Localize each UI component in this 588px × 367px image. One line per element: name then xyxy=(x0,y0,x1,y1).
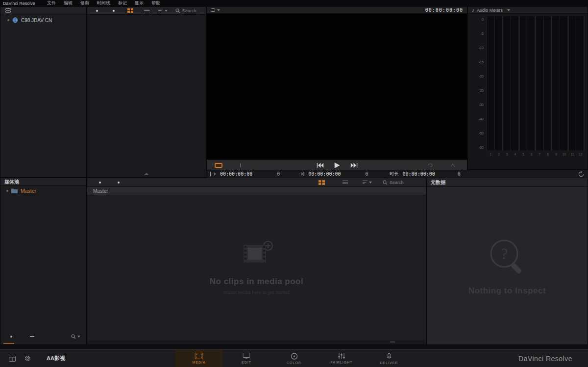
meter-channel-2 xyxy=(495,16,502,151)
current-bin-name[interactable]: Master xyxy=(93,188,108,194)
channel-number-9: 9 xyxy=(552,153,560,156)
chevron-down-icon xyxy=(217,9,220,11)
audio-panel-title[interactable]: Audio Meters xyxy=(477,8,503,13)
current-bin-bar: Master xyxy=(87,187,426,195)
scroll-indicator[interactable] xyxy=(3,343,14,344)
next-frame-button[interactable] xyxy=(350,163,357,168)
sort-button[interactable] xyxy=(158,8,168,13)
media-pool-empty-state[interactable]: No clips in media pool Import media here… xyxy=(87,195,426,340)
list-view-button[interactable] xyxy=(144,8,149,13)
loop-button[interactable] xyxy=(428,163,433,167)
viewer-source-dropdown[interactable] xyxy=(211,8,220,12)
app-menu[interactable]: DaVinci Resolve xyxy=(3,1,35,6)
page-tabs: MEDIAEDITCOLORFAIRLIGHTDELIVER xyxy=(175,350,413,367)
meter-channel-6 xyxy=(527,16,535,151)
storage-drive-row[interactable]: C98 JDAV CN xyxy=(0,17,86,24)
page-tab-label: EDIT xyxy=(242,361,251,364)
menu-item-2[interactable]: 修剪 xyxy=(80,0,89,6)
channel-numbers: 123456789101112 xyxy=(487,153,585,156)
media-storage-panel: C98 JDAV CN xyxy=(0,6,87,178)
play-button[interactable] xyxy=(334,162,340,168)
channel-number-2: 2 xyxy=(495,153,503,156)
audio-panel-header: ♪ Audio Meters xyxy=(468,7,588,14)
page-tab-fairlight[interactable]: FAIRLIGHT xyxy=(318,350,366,367)
drive-label[interactable]: C98 JDAV CN xyxy=(21,18,52,23)
page-tab-deliver[interactable]: DELIVER xyxy=(366,350,413,367)
bin-search-button[interactable] xyxy=(71,334,80,339)
out-frames[interactable]: 0 xyxy=(366,171,368,177)
expander-dot-icon[interactable] xyxy=(6,190,8,192)
refresh-icon[interactable] xyxy=(578,171,584,177)
chevron-down-icon xyxy=(369,182,372,184)
video-display[interactable] xyxy=(207,14,467,159)
list-view-button[interactable] xyxy=(343,180,348,184)
resize-handle[interactable] xyxy=(390,341,395,342)
channel-number-7: 7 xyxy=(536,153,544,156)
drive-icon xyxy=(12,17,18,23)
menu-list: 文件编辑修剪时间线标记显示帮助 xyxy=(47,0,160,6)
forward-button[interactable] xyxy=(113,10,115,12)
bin-row-master[interactable]: Master xyxy=(0,187,86,194)
pool-bottom-strip xyxy=(87,340,426,344)
panel-collapse-arrow[interactable] xyxy=(144,173,149,175)
previous-frame-button[interactable] xyxy=(317,163,323,168)
out-timecode[interactable]: 00:00:00:00 xyxy=(308,171,341,177)
forward-button[interactable] xyxy=(118,182,120,184)
menu-item-6[interactable]: 帮助 xyxy=(151,0,160,6)
remove-bin-button[interactable] xyxy=(30,336,34,337)
duration-label: 时长 xyxy=(390,171,399,177)
search-label: Search xyxy=(182,8,196,13)
filmstrip-add-icon xyxy=(238,240,276,268)
sort-button[interactable] xyxy=(363,180,372,184)
in-timecode[interactable]: 00:00:00:00 xyxy=(220,171,252,177)
transport-controls xyxy=(207,159,467,170)
davinci-resolve-brand: DaVinci Resolve xyxy=(518,350,572,367)
db-label-3: -15 xyxy=(479,60,484,64)
meter-channel-3 xyxy=(503,16,511,151)
bins-footer xyxy=(0,333,86,341)
back-button[interactable] xyxy=(96,10,98,12)
page-navigation-bar: AA影视 MEDIAEDITCOLORFAIRLIGHTDELIVER DaVi… xyxy=(0,349,588,367)
page-tab-edit[interactable]: EDIT xyxy=(223,350,270,367)
expander-dot-icon[interactable] xyxy=(7,19,9,21)
menu-item-5[interactable]: 显示 xyxy=(135,0,144,6)
pool-search[interactable]: Search xyxy=(383,180,404,185)
storage-icon[interactable] xyxy=(5,8,11,13)
bottom-divider-strip xyxy=(0,345,588,349)
db-label-6: -30 xyxy=(479,103,484,106)
page-tab-label: DELIVER xyxy=(380,361,398,365)
db-label-4: -20 xyxy=(479,75,484,78)
chevron-down-icon xyxy=(507,9,510,11)
duration-frames[interactable]: 0 xyxy=(458,171,461,177)
meter-channel-8 xyxy=(544,16,551,151)
add-bin-button[interactable] xyxy=(10,336,12,338)
thumbnail-view-button[interactable] xyxy=(127,8,133,13)
jog-slider[interactable] xyxy=(240,163,241,167)
search-icon xyxy=(175,8,180,13)
menu-item-0[interactable]: 文件 xyxy=(47,0,56,6)
search-label: Search xyxy=(390,180,404,185)
page-tab-color[interactable]: COLOR xyxy=(270,350,318,367)
monitor-icon xyxy=(243,353,250,359)
project-settings-gear-icon[interactable] xyxy=(24,355,31,362)
menu-item-1[interactable]: 编辑 xyxy=(64,0,73,6)
project-manager-icon[interactable] xyxy=(9,356,16,362)
thumbnail-view-button[interactable] xyxy=(318,180,325,185)
storage-browser-header: Search xyxy=(87,7,206,15)
menu-item-3[interactable]: 时间线 xyxy=(97,0,110,6)
clip-mode-toggle[interactable] xyxy=(215,163,222,168)
audio-scrub-button[interactable] xyxy=(450,163,455,167)
duration-timecode[interactable]: 00:00:00:00 xyxy=(403,171,435,177)
meter-channel-10 xyxy=(560,16,567,151)
bin-label[interactable]: Master xyxy=(21,188,36,194)
out-point-icon xyxy=(298,172,304,176)
storage-search[interactable]: Search xyxy=(175,8,196,13)
menu-item-4[interactable]: 标记 xyxy=(118,0,127,6)
channel-number-1: 1 xyxy=(487,153,495,156)
meter-channel-1 xyxy=(487,16,494,151)
in-frames[interactable]: 0 xyxy=(277,171,280,177)
channel-number-10: 10 xyxy=(560,153,568,156)
media-pool-panel: Search Master No clips in media pool Imp… xyxy=(87,178,426,345)
page-tab-media[interactable]: MEDIA xyxy=(175,350,223,367)
back-button[interactable] xyxy=(99,182,101,184)
